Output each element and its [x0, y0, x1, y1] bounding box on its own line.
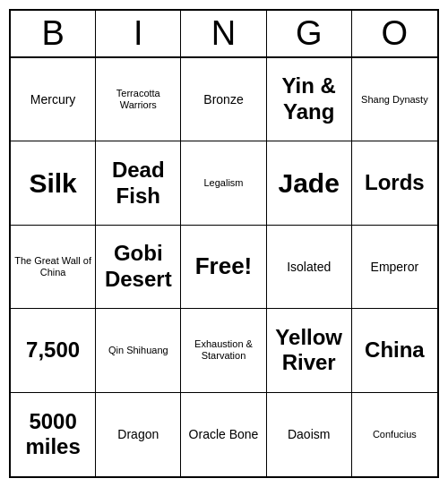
bingo-cell-19: China	[352, 309, 437, 392]
bingo-cell-1: Terracotta Warriors	[96, 58, 181, 141]
bingo-header-letter: I	[96, 11, 181, 56]
bingo-cell-14: Emperor	[352, 226, 437, 309]
bingo-header-letter: N	[181, 11, 266, 56]
bingo-grid: MercuryTerracotta WarriorsBronzeYin & Ya…	[11, 58, 437, 476]
bingo-cell-17: Exhaustion & Starvation	[181, 309, 266, 392]
bingo-header: BINGO	[11, 11, 437, 58]
bingo-cell-11: Gobi Desert	[96, 226, 181, 309]
bingo-cell-21: Dragon	[96, 393, 181, 476]
bingo-cell-13: Isolated	[267, 226, 352, 309]
bingo-cell-9: Lords	[352, 141, 437, 225]
bingo-cell-10: The Great Wall of China	[11, 226, 96, 309]
bingo-card: BINGO MercuryTerracotta WarriorsBronzeYi…	[9, 9, 439, 478]
bingo-cell-16: Qin Shihuang	[96, 309, 181, 392]
bingo-cell-7: Legalism	[181, 141, 266, 225]
bingo-cell-15: 7,500	[11, 309, 96, 392]
bingo-cell-5: Silk	[11, 141, 96, 225]
bingo-cell-2: Bronze	[181, 58, 266, 141]
bingo-cell-24: Confucius	[352, 393, 437, 476]
bingo-cell-3: Yin & Yang	[267, 58, 352, 141]
bingo-cell-8: Jade	[267, 141, 352, 225]
bingo-cell-0: Mercury	[11, 58, 96, 141]
bingo-cell-20: 5000 miles	[11, 393, 96, 476]
bingo-cell-22: Oracle Bone	[181, 393, 266, 476]
bingo-cell-6: Dead Fish	[96, 141, 181, 225]
bingo-cell-12: Free!	[181, 226, 266, 309]
bingo-cell-18: Yellow River	[267, 309, 352, 392]
bingo-cell-4: Shang Dynasty	[352, 58, 437, 141]
bingo-header-letter: O	[352, 11, 437, 56]
bingo-header-letter: G	[267, 11, 352, 56]
bingo-cell-23: Daoism	[267, 393, 352, 476]
bingo-header-letter: B	[11, 11, 96, 56]
